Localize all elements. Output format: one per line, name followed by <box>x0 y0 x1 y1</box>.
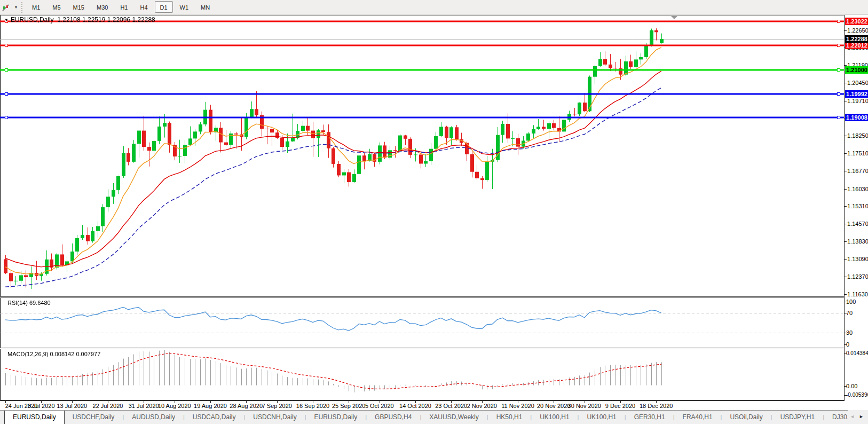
chart-tab-uk100[interactable]: UK100,H1 <box>532 411 577 424</box>
date-axis[interactable]: 24 Jun 20203 Jul 202013 Jul 202022 Jul 2… <box>0 401 868 410</box>
level-price-label: 1.23022 <box>845 18 868 25</box>
chart-ohlc-values: 1.22108 1.22519 1.22096 1.22288 <box>57 16 155 23</box>
tab-scroll-left-icon[interactable]: ◄ <box>850 414 855 419</box>
price-axis-tick: 1.14570 <box>847 221 868 227</box>
timeframe-button-m5[interactable]: M5 <box>47 1 66 13</box>
axis-tick-mark <box>845 189 847 190</box>
chart-tabs: EURUSD,DailyUSDCHF,Daily|AUDUSD,Daily|US… <box>4 411 868 424</box>
timeframe-button-h1[interactable]: H1 <box>115 1 133 13</box>
price-chart-canvas[interactable] <box>0 15 844 296</box>
indicator-axis-tick: 0.00 <box>846 383 857 389</box>
chart-tab-usdcad[interactable]: USDCAD,Daily <box>185 411 244 424</box>
price-axis-tick: 1.16030 <box>847 186 868 192</box>
price-axis-tick: 1.16770 <box>847 168 868 174</box>
tab-scroll-right-icon[interactable]: ► <box>859 414 864 419</box>
timeframe-buttons: M1M5M15M30H1H4D1W1MN <box>27 1 217 13</box>
timeframe-button-m15[interactable]: M15 <box>68 1 90 13</box>
price-axis-tick: 1.19710 <box>847 98 868 104</box>
rsi-indicator-label: RSI(14) 69.6480 <box>7 300 51 306</box>
axis-tick-mark <box>845 101 847 101</box>
timeframe-button-mn[interactable]: MN <box>195 1 215 13</box>
chart-title: ▼EURUSD,Daily 1.22108 1.22519 1.22096 1.… <box>4 16 155 23</box>
macd-indicator-label: MACD(12,26,9) 0.008142 0.007977 <box>7 351 100 357</box>
price-axis-tick: 1.11630 <box>847 291 868 297</box>
indicator-axis-tick: -0.005396 <box>846 392 868 398</box>
price-axis-tick: 1.13090 <box>847 256 868 262</box>
level-price-label: 1.21000 <box>845 66 868 74</box>
chart-tab-xauusd[interactable]: XAUUSD,Weekly <box>421 411 486 424</box>
chart-tool-dropdown[interactable]: ▼ <box>2 2 20 13</box>
level-price-label: 1.22012 <box>845 42 868 49</box>
price-axis-tick: 1.15310 <box>847 203 868 209</box>
rsi-indicator-canvas[interactable] <box>0 298 844 348</box>
level-price-label: 1.19008 <box>845 114 868 121</box>
axis-tick-mark <box>845 259 847 260</box>
indicator-axis-tick: 0.014384 <box>846 350 868 357</box>
timeframes-toolbar: ▼ M1M5M15M30H1H4D1W1MN <box>0 0 868 15</box>
tab-scroll-arrows: ◄ ► <box>848 410 868 424</box>
chart-tab-ger30[interactable]: GER30,H1 <box>626 411 673 424</box>
level-price-label: 1.19992 <box>845 90 868 98</box>
chart-tab-usdjpy[interactable]: USDJPY,H1 <box>772 411 823 424</box>
axis-tick-mark <box>845 206 847 207</box>
date-axis-label: 18 Dec 2020 <box>635 403 677 409</box>
chart-tab-audusd[interactable]: AUDUSD,Daily <box>124 411 183 424</box>
axis-tick-mark <box>845 153 847 154</box>
price-axis-tick: 1.12370 <box>847 273 868 280</box>
indicator-axis-tick: 100 <box>846 299 856 305</box>
timeframe-button-m30[interactable]: M30 <box>91 1 113 13</box>
chart-tab-fra40[interactable]: FRA40,H1 <box>675 411 721 424</box>
timeframe-button-m1[interactable]: M1 <box>27 1 45 13</box>
price-axis-tick: 1.17510 <box>847 150 868 156</box>
chart-symbol: EURUSD,Daily <box>11 16 54 23</box>
price-axis-tick: 1.20450 <box>847 80 868 86</box>
chart-tab-usoil[interactable]: USOil,Daily <box>722 411 770 424</box>
current-price-label: 1.22288 <box>845 35 868 43</box>
chart-timeframes-icon <box>2 3 10 12</box>
price-axis-tick: 1.22650 <box>847 27 868 34</box>
chart-tab-usdchf[interactable]: USDCHF,Daily <box>65 411 123 424</box>
axis-tick-mark <box>845 136 847 136</box>
chevron-down-icon: ▼ <box>14 5 18 9</box>
axis-tick-mark <box>845 171 847 171</box>
chart-tab-eurusd[interactable]: EURUSD,Daily <box>306 411 366 424</box>
indicator-axis-tick: 30 <box>846 329 853 336</box>
price-axis-tick: 1.18250 <box>847 132 868 139</box>
price-axis-tick: 1.13830 <box>847 238 868 245</box>
timeframe-button-w1[interactable]: W1 <box>175 1 194 13</box>
chart-shift-marker-icon[interactable] <box>671 16 677 19</box>
axis-tick-mark <box>845 241 847 242</box>
axis-tick-mark <box>845 294 847 295</box>
chart-tab-hk50[interactable]: HK50,H1 <box>488 411 531 424</box>
chart-tab-bar: EURUSD,DailyUSDCHF,Daily|AUDUSD,Daily|US… <box>0 410 868 424</box>
indicator-axis-tick: 70 <box>846 310 853 316</box>
axis-tick-mark <box>845 30 847 31</box>
toolbar-grip[interactable] <box>21 2 23 13</box>
price-axis[interactable]: 1.226501.219301.211901.204501.197101.189… <box>844 15 868 401</box>
chart-tab-uk100[interactable]: UK100,H1 <box>579 411 624 424</box>
chart-marker-icon: ▼ <box>4 18 9 22</box>
macd-indicator-canvas[interactable] <box>0 349 844 400</box>
chart-tab-gbpusd[interactable]: GBPUSD,H4 <box>367 411 420 424</box>
timeframe-button-h4[interactable]: H4 <box>135 1 153 13</box>
timeframe-button-d1[interactable]: D1 <box>155 1 173 13</box>
axis-tick-mark <box>845 224 847 224</box>
chart-tab-usdcnh[interactable]: USDCNH,Daily <box>245 411 304 424</box>
indicator-axis-tick: 0 <box>846 341 849 348</box>
trading-platform-window: ▼ M1M5M15M30H1H4D1W1MN ▼EURUSD,Daily 1.2… <box>0 0 868 424</box>
axis-tick-mark <box>845 83 847 83</box>
chart-tab-eurusd[interactable]: EURUSD,Daily <box>4 410 65 424</box>
axis-tick-mark <box>845 277 847 277</box>
